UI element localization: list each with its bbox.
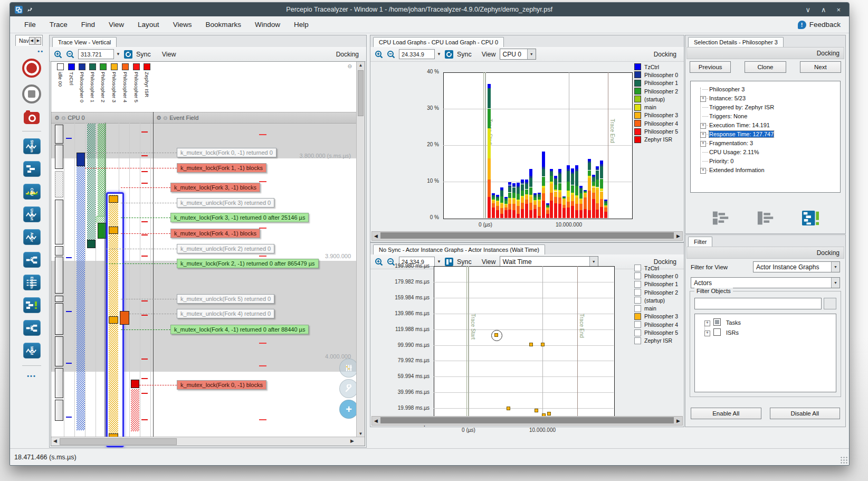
tree-item[interactable]: + Execution Time: 14.191 [693, 121, 838, 130]
sidebar-tool-button[interactable]: UsrEvt [23, 206, 41, 222]
zoom-in-float-button[interactable]: + [339, 400, 358, 419]
menu-item[interactable]: Views [166, 18, 199, 31]
legend-item[interactable]: Philosopher 5 [634, 127, 678, 135]
layout-option-button[interactable] [709, 209, 732, 227]
nav-tab[interactable]: Nav ◀ ▶ [15, 35, 43, 46]
event-label[interactable]: k_mutex_lock(Fork 1, -1) blocks [177, 163, 266, 173]
legend-checkbox[interactable] [634, 329, 641, 336]
menu-item[interactable]: View [102, 18, 131, 31]
nav-left-icon[interactable]: ◀ [29, 37, 35, 45]
event-label-row[interactable]: k_mutex_unlock(Fork 3) returned 0 [177, 198, 274, 209]
view-menu[interactable]: View [162, 51, 176, 58]
event-label-row[interactable]: k_mutex_unlock(Fork 2) returned 0 [177, 244, 274, 254]
record-button[interactable] [22, 59, 41, 78]
event-label[interactable]: k_mutex_lock(Fork 3, -1) blocks [170, 183, 260, 192]
event-label[interactable]: k_mutex_lock(Fork 2, -1) returned 0 afte… [177, 259, 319, 268]
expand-icon[interactable]: + [704, 320, 710, 326]
zoom-out-icon[interactable] [66, 50, 74, 59]
disable-all-button[interactable]: Disable All [770, 408, 841, 419]
filter-mini-button[interactable] [824, 298, 836, 309]
legend-checkbox-item[interactable]: Philosopher 3 [634, 313, 678, 320]
scrollbar-thumb[interactable] [358, 70, 364, 116]
trace-canvas[interactable]: idle 00 TzCtrl Philosopher 0 Phi [51, 61, 365, 446]
legend-item[interactable]: Zephyr ISR [634, 136, 678, 144]
filter-tree-item[interactable]: + Tasks [697, 318, 834, 328]
tab-filter[interactable]: Filter [688, 237, 712, 247]
sidebar-tool-button[interactable]: CPU [23, 184, 41, 200]
legend-checkbox-item[interactable]: Philosopher 0 [634, 272, 678, 280]
legend-item[interactable]: (startup) [634, 95, 678, 103]
legend-item[interactable]: Philosopher 1 [634, 79, 678, 87]
sidebar-tool-button[interactable]: SM [23, 320, 41, 336]
stop-button[interactable] [22, 84, 41, 103]
menu-item[interactable]: Layout [131, 18, 166, 31]
tree-item[interactable]: + Priority: 0 [693, 157, 838, 166]
event-label[interactable]: k_mutex_lock(Fork 3, -1) returned 0 afte… [170, 213, 309, 222]
scroll-down-icon[interactable]: ▼ [357, 431, 365, 436]
menu-item[interactable]: Window [248, 18, 287, 31]
legend-checkbox-item[interactable]: Philosopher 1 [634, 280, 678, 288]
event-label[interactable]: k_mutex_unlock(Fork 5) returned 0 [177, 294, 274, 304]
feedback-button[interactable]: ! Feedback [798, 21, 849, 29]
legend-checkbox[interactable] [634, 337, 641, 344]
expand-icon[interactable]: + [700, 123, 706, 129]
event-label[interactable]: k_mutex_lock(Fork 0, -1) blocks [177, 380, 266, 390]
tree-item[interactable]: + Extended Information [693, 166, 838, 175]
cpu-horizontal-scrollbar[interactable]: ◀ ▶ [371, 231, 683, 241]
tab-selection-details[interactable]: Selection Details - Philosopher 3 [688, 37, 784, 47]
tree-item[interactable]: + CPU Usage: 2.11% [693, 148, 838, 157]
scrollbar-thumb[interactable] [380, 417, 674, 423]
event-label-row[interactable]: k_mutex_lock(Fork 2, -1) returned 0 afte… [177, 259, 319, 269]
enable-all-button[interactable]: Enable All [691, 408, 761, 419]
sidebar-tool-button[interactable]: MEM [23, 343, 41, 359]
view-settings-float-button[interactable] [339, 359, 358, 378]
pin-icon[interactable] [27, 6, 33, 13]
tree-item[interactable]: + Response Time: 127.747 [693, 130, 838, 139]
zoom-in-icon[interactable] [54, 50, 62, 59]
tab-trace-view[interactable]: Trace View - Vertical [52, 37, 117, 47]
legend-item[interactable]: Philosopher 4 [634, 119, 678, 127]
sidebar-tool-button[interactable]: Stream [23, 138, 41, 154]
filter-type-select[interactable]: Actors ▼ [691, 277, 840, 288]
scroll-right-icon[interactable]: ▶ [350, 438, 354, 444]
event-label[interactable]: k_mutex_unlock(Fork 3) returned 0 [177, 198, 274, 208]
autohide-icon[interactable]: ⊖ [348, 63, 352, 69]
expand-icon[interactable]: + [700, 141, 706, 147]
sidebar-tool-button[interactable] [23, 297, 41, 313]
legend-checkbox[interactable] [634, 305, 641, 312]
sidebar-tool-button[interactable]: Actor [23, 229, 41, 245]
event-label-row[interactable]: k_mutex_lock(Fork 0, -1) blocks [177, 380, 266, 391]
sidebar-more-dots[interactable]: ••• [27, 373, 36, 379]
tree-item[interactable]: + Philosopher 3 [693, 85, 838, 94]
legend-checkbox[interactable] [634, 321, 641, 328]
tools-float-button[interactable] [339, 379, 358, 398]
layout-option-active-button[interactable] [799, 209, 822, 227]
actor-horizontal-scrollbar[interactable]: ◀ ▶ [371, 416, 683, 426]
legend-checkbox[interactable] [634, 265, 641, 271]
event-label-row[interactable]: k_mutex_lock(Fork 4, -1) returned 0 afte… [170, 325, 309, 335]
scroll-right-icon[interactable]: ▶ [676, 418, 680, 423]
scroll-up-icon[interactable]: ▲ [357, 63, 365, 68]
menu-item[interactable]: File [17, 18, 43, 31]
trace-vertical-scrollbar[interactable]: ▲ ▼ [356, 62, 365, 437]
next-button[interactable]: Next [800, 61, 841, 73]
scrollbar-thumb[interactable] [380, 232, 674, 239]
legend-checkbox-item[interactable]: (startup) [634, 296, 678, 304]
filter-tree-item[interactable]: + ISRs [697, 328, 834, 338]
tree-checkbox[interactable] [713, 318, 721, 326]
event-label[interactable]: k_mutex_lock(Fork 4, -1) blocks [170, 229, 260, 238]
legend-checkbox[interactable] [634, 297, 641, 304]
previous-button[interactable]: Previous [690, 61, 731, 73]
event-label-row[interactable]: k_mutex_unlock(Fork 5) returned 0 [177, 294, 274, 305]
tree-checkbox[interactable] [713, 328, 721, 336]
close-button[interactable]: × [836, 6, 841, 14]
sync-icon[interactable] [124, 50, 132, 59]
docking-menu[interactable]: Docking [817, 50, 844, 57]
docking-menu[interactable]: Docking [817, 249, 844, 257]
legend-checkbox-item[interactable]: Zephyr ISR [634, 337, 678, 345]
legend-checkbox-item[interactable]: Philosopher 2 [634, 288, 678, 296]
tree-item[interactable]: + Triggered by: Zephyr ISR [693, 103, 838, 112]
sidebar-overflow-dots[interactable]: •• [15, 46, 48, 55]
scroll-left-icon[interactable]: ◀ [53, 438, 57, 444]
event-label-row[interactable]: k_mutex_unlock(Fork 4) returned 0 [177, 309, 274, 319]
